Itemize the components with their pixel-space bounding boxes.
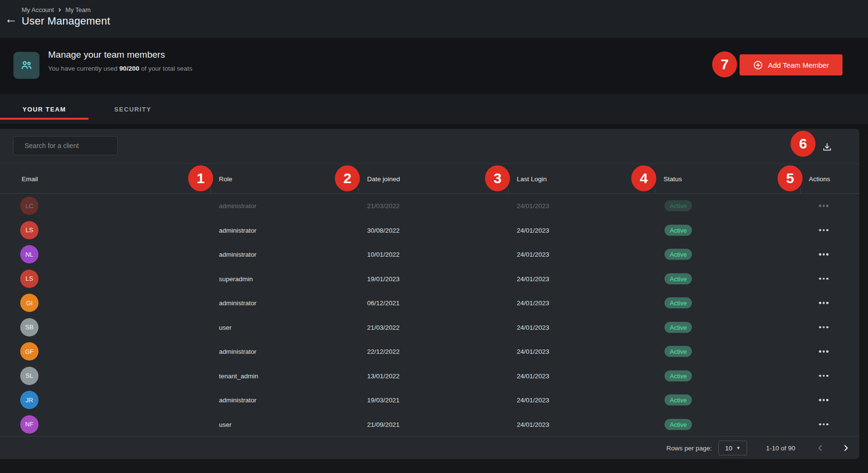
- chevron-right-icon: [842, 445, 849, 451]
- last-login-cell: 24/01/2023: [517, 372, 549, 379]
- date-joined-cell: 21/03/2022: [367, 324, 400, 331]
- status-badge: Active: [664, 395, 692, 406]
- row-actions-button[interactable]: [818, 324, 830, 332]
- banner-subtitle-suffix: of your total seats: [139, 65, 192, 72]
- chevron-right-icon: ›: [58, 6, 61, 12]
- avatar: NF: [20, 415, 38, 434]
- table-row: NL administrator 10/01/2022 24/01/2023 A…: [0, 242, 859, 267]
- row-actions-button[interactable]: [818, 348, 830, 356]
- rows-per-page-value: 10: [725, 444, 732, 451]
- row-actions-button[interactable]: [818, 250, 830, 259]
- role-cell: administrator: [219, 251, 256, 258]
- status-badge: Active: [664, 419, 692, 430]
- download-button[interactable]: [819, 139, 835, 155]
- table-row: SL tenant_admin 13/01/2022 24/01/2023 Ac…: [0, 364, 859, 388]
- table-footer: Rows per page: 10 ▼ 1-10 of 90: [0, 436, 859, 459]
- role-cell: superadmin: [219, 275, 253, 282]
- banner-title: Manage your team members: [48, 50, 165, 60]
- seats-used-count: 90/200: [119, 65, 139, 72]
- date-joined-cell: 13/01/2022: [367, 372, 400, 379]
- column-header-last-login: Last Login: [517, 175, 547, 182]
- avatar: LS: [20, 221, 38, 239]
- role-cell: user: [219, 324, 231, 331]
- annotation-circle-3: 3: [485, 165, 510, 191]
- date-joined-cell: 21/03/2022: [367, 202, 400, 210]
- column-divider: [655, 188, 655, 193]
- add-team-member-label: Add Team Member: [768, 61, 829, 69]
- row-actions-button[interactable]: [818, 202, 830, 210]
- row-actions-button[interactable]: [818, 299, 830, 307]
- status-badge: Active: [664, 370, 692, 381]
- team-people-icon: [20, 59, 33, 72]
- table-row: GF administrator 22/12/2022 24/01/2023 A…: [0, 339, 859, 364]
- role-cell: user: [219, 421, 231, 428]
- last-login-cell: 24/01/2023: [517, 397, 549, 404]
- status-badge: Active: [664, 346, 692, 357]
- annotation-circle-6: 6: [791, 131, 816, 157]
- annotation-circle-1: 1: [188, 165, 213, 191]
- avatar: SB: [20, 318, 38, 336]
- annotation-circle-4: 4: [631, 165, 656, 191]
- back-arrow-icon[interactable]: ←: [3, 11, 19, 27]
- column-header-date-joined: Date joined: [367, 175, 400, 182]
- table-row: JR administrator 19/03/2021 24/01/2023 A…: [0, 388, 859, 412]
- role-cell: administrator: [219, 397, 256, 404]
- row-actions-button[interactable]: [818, 396, 830, 404]
- breadcrumb-item-my-team[interactable]: My Team: [65, 6, 91, 13]
- column-header-role: Role: [219, 175, 232, 182]
- previous-page-button[interactable]: [815, 442, 826, 454]
- table-header-row: Email Role Date joined Last Login Status…: [0, 163, 859, 194]
- date-joined-cell: 19/01/2023: [367, 275, 400, 282]
- next-page-button[interactable]: [840, 442, 852, 454]
- status-badge: Active: [664, 298, 692, 309]
- table-body: LC administrator 21/03/2022 24/01/2023 A…: [0, 194, 859, 436]
- table-row: LS administrator 30/08/2022 24/01/2023 A…: [0, 218, 859, 243]
- date-joined-cell: 19/03/2021: [367, 397, 400, 404]
- column-divider: [210, 188, 211, 193]
- rows-per-page-label: Rows per page:: [666, 444, 712, 451]
- table-row: LS superadmin 19/01/2023 24/01/2023 Acti…: [0, 267, 859, 291]
- role-cell: tenant_admin: [219, 372, 258, 379]
- search-icon: [19, 141, 20, 150]
- breadcrumb-item-my-account[interactable]: My Account: [22, 6, 54, 13]
- banner-subtitle-prefix: You have currently used: [48, 65, 119, 72]
- row-actions-button[interactable]: [818, 372, 830, 380]
- date-joined-cell: 22/12/2022: [367, 348, 400, 355]
- page-title: User Management: [22, 15, 110, 27]
- last-login-cell: 24/01/2023: [517, 251, 549, 258]
- avatar: NL: [20, 245, 38, 263]
- chevron-left-icon: [817, 445, 824, 451]
- status-badge: Active: [664, 224, 692, 236]
- column-divider: [358, 188, 359, 193]
- last-login-cell: 24/01/2023: [517, 421, 549, 428]
- tab-your-team[interactable]: YOUR TEAM: [0, 94, 89, 124]
- rows-per-page-select[interactable]: 10 ▼: [718, 440, 747, 455]
- annotation-circle-5: 5: [778, 165, 803, 191]
- date-joined-cell: 30/08/2022: [367, 226, 400, 234]
- search-input[interactable]: [25, 142, 112, 149]
- date-joined-cell: 06/12/2021: [367, 299, 400, 307]
- avatar: SL: [20, 367, 38, 385]
- search-box[interactable]: [13, 136, 118, 155]
- avatar: GI: [20, 294, 38, 312]
- role-cell: administrator: [219, 226, 256, 234]
- role-cell: administrator: [219, 202, 256, 210]
- row-actions-button[interactable]: [818, 275, 830, 283]
- table-row: SB user 21/03/2022 24/01/2023 Active: [0, 315, 859, 340]
- date-joined-cell: 10/01/2022: [367, 251, 400, 258]
- row-actions-button[interactable]: [818, 226, 830, 235]
- tab-security[interactable]: SECURITY: [89, 94, 177, 124]
- column-header-status: Status: [664, 175, 682, 182]
- column-divider: [508, 188, 509, 193]
- pagination-range-label: 1-10 of 90: [766, 444, 795, 451]
- status-badge: Active: [664, 200, 692, 212]
- row-actions-button[interactable]: [818, 421, 830, 429]
- column-header-email: Email: [22, 175, 38, 182]
- annotation-circle-2: 2: [335, 165, 360, 191]
- add-team-member-button[interactable]: Add Team Member: [740, 54, 842, 75]
- annotation-circle-7: 7: [712, 51, 737, 77]
- banner-subtitle: You have currently used 90/200 of your t…: [48, 65, 192, 72]
- table-row: GI administrator 06/12/2021 24/01/2023 A…: [0, 291, 859, 315]
- team-icon-tile: [13, 52, 39, 79]
- avatar: LC: [20, 197, 38, 215]
